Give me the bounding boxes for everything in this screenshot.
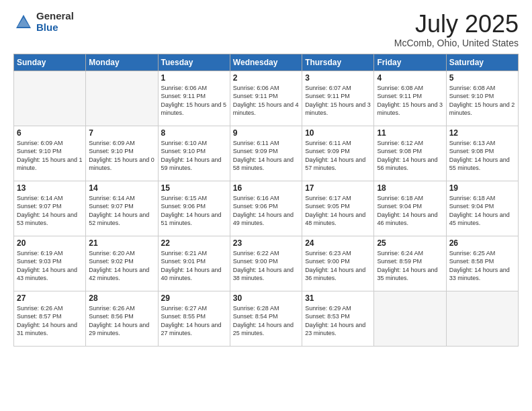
day-info: Sunrise: 6:29 AMSunset: 8:53 PMDaylight:… [305, 304, 371, 338]
day-number: 10 [305, 128, 371, 138]
calendar-table: SundayMondayTuesdayWednesdayThursdayFrid… [13, 54, 519, 347]
calendar-cell: 30Sunrise: 6:28 AMSunset: 8:54 PMDayligh… [230, 291, 302, 346]
calendar-cell: 16Sunrise: 6:16 AMSunset: 9:06 PMDayligh… [230, 181, 302, 236]
day-number: 13 [17, 183, 83, 193]
calendar-header-friday: Friday [374, 54, 446, 71]
day-info: Sunrise: 6:25 AMSunset: 8:58 PMDaylight:… [449, 249, 515, 283]
day-number: 16 [233, 183, 299, 193]
calendar-cell [86, 71, 158, 126]
day-number: 27 [17, 293, 83, 303]
calendar-cell: 8Sunrise: 6:10 AMSunset: 9:10 PMDaylight… [158, 126, 230, 181]
day-info: Sunrise: 6:11 AMSunset: 9:09 PMDaylight:… [305, 139, 371, 173]
day-info: Sunrise: 6:07 AMSunset: 9:11 PMDaylight:… [305, 84, 371, 118]
day-number: 26 [449, 238, 515, 248]
calendar-header-row: SundayMondayTuesdayWednesdayThursdayFrid… [14, 54, 519, 71]
header: General Blue July 2025 McComb, Ohio, Uni… [13, 11, 519, 48]
day-number: 8 [161, 128, 227, 138]
day-info: Sunrise: 6:27 AMSunset: 8:55 PMDaylight:… [161, 304, 227, 338]
calendar-location: McComb, Ohio, United States [394, 38, 519, 48]
calendar-cell: 18Sunrise: 6:18 AMSunset: 9:04 PMDayligh… [374, 181, 446, 236]
calendar-cell: 23Sunrise: 6:22 AMSunset: 9:00 PMDayligh… [230, 236, 302, 291]
day-number: 19 [449, 183, 515, 193]
calendar-cell: 7Sunrise: 6:09 AMSunset: 9:10 PMDaylight… [86, 126, 158, 181]
day-info: Sunrise: 6:17 AMSunset: 9:05 PMDaylight:… [305, 194, 371, 228]
day-info: Sunrise: 6:15 AMSunset: 9:06 PMDaylight:… [161, 194, 227, 228]
day-info: Sunrise: 6:21 AMSunset: 9:01 PMDaylight:… [161, 249, 227, 283]
calendar-header-monday: Monday [86, 54, 158, 71]
calendar-cell: 12Sunrise: 6:13 AMSunset: 9:08 PMDayligh… [446, 126, 518, 181]
day-number: 21 [89, 238, 154, 248]
calendar-header-thursday: Thursday [302, 54, 374, 71]
calendar-cell: 26Sunrise: 6:25 AMSunset: 8:58 PMDayligh… [446, 236, 518, 291]
calendar-week-1: 1Sunrise: 6:06 AMSunset: 9:11 PMDaylight… [14, 71, 519, 126]
day-number: 9 [233, 128, 299, 138]
calendar-week-3: 13Sunrise: 6:14 AMSunset: 9:07 PMDayligh… [14, 181, 519, 236]
calendar-cell: 28Sunrise: 6:26 AMSunset: 8:56 PMDayligh… [86, 291, 158, 346]
day-number: 14 [89, 183, 154, 193]
day-number: 1 [161, 73, 227, 83]
day-number: 7 [89, 128, 154, 138]
logo: General Blue [13, 11, 74, 33]
day-number: 30 [233, 293, 299, 303]
calendar-header-tuesday: Tuesday [158, 54, 230, 71]
calendar-cell: 14Sunrise: 6:14 AMSunset: 9:07 PMDayligh… [86, 181, 158, 236]
day-info: Sunrise: 6:28 AMSunset: 8:54 PMDaylight:… [233, 304, 299, 338]
calendar-cell: 19Sunrise: 6:18 AMSunset: 9:04 PMDayligh… [446, 181, 518, 236]
day-number: 20 [17, 238, 83, 248]
page: General Blue July 2025 McComb, Ohio, Uni… [0, 0, 532, 411]
day-info: Sunrise: 6:13 AMSunset: 9:08 PMDaylight:… [449, 139, 515, 173]
day-number: 11 [377, 128, 443, 138]
calendar-cell: 10Sunrise: 6:11 AMSunset: 9:09 PMDayligh… [302, 126, 374, 181]
calendar-cell: 5Sunrise: 6:08 AMSunset: 9:10 PMDaylight… [446, 71, 518, 126]
day-info: Sunrise: 6:14 AMSunset: 9:07 PMDaylight:… [17, 194, 83, 228]
day-number: 28 [89, 293, 154, 303]
calendar-cell: 25Sunrise: 6:24 AMSunset: 8:59 PMDayligh… [374, 236, 446, 291]
calendar-cell: 1Sunrise: 6:06 AMSunset: 9:11 PMDaylight… [158, 71, 230, 126]
calendar-cell: 15Sunrise: 6:15 AMSunset: 9:06 PMDayligh… [158, 181, 230, 236]
day-info: Sunrise: 6:09 AMSunset: 9:10 PMDaylight:… [89, 139, 154, 173]
day-info: Sunrise: 6:11 AMSunset: 9:09 PMDaylight:… [233, 139, 299, 173]
calendar-cell: 11Sunrise: 6:12 AMSunset: 9:08 PMDayligh… [374, 126, 446, 181]
day-info: Sunrise: 6:16 AMSunset: 9:06 PMDaylight:… [233, 194, 299, 228]
calendar-header-sunday: Sunday [14, 54, 86, 71]
day-info: Sunrise: 6:26 AMSunset: 8:57 PMDaylight:… [17, 304, 83, 338]
calendar-cell [14, 71, 86, 126]
calendar-header-saturday: Saturday [446, 54, 518, 71]
calendar-cell: 20Sunrise: 6:19 AMSunset: 9:03 PMDayligh… [14, 236, 86, 291]
calendar-cell: 22Sunrise: 6:21 AMSunset: 9:01 PMDayligh… [158, 236, 230, 291]
day-info: Sunrise: 6:08 AMSunset: 9:10 PMDaylight:… [449, 84, 515, 118]
calendar-cell: 2Sunrise: 6:06 AMSunset: 9:11 PMDaylight… [230, 71, 302, 126]
logo-blue-text: Blue [36, 22, 74, 34]
calendar-cell: 17Sunrise: 6:17 AMSunset: 9:05 PMDayligh… [302, 181, 374, 236]
day-info: Sunrise: 6:06 AMSunset: 9:11 PMDaylight:… [233, 84, 299, 118]
day-number: 2 [233, 73, 299, 83]
calendar-title: July 2025 [394, 11, 519, 38]
day-info: Sunrise: 6:09 AMSunset: 9:10 PMDaylight:… [17, 139, 83, 173]
day-number: 31 [305, 293, 371, 303]
day-number: 23 [233, 238, 299, 248]
day-info: Sunrise: 6:18 AMSunset: 9:04 PMDaylight:… [377, 194, 443, 228]
day-info: Sunrise: 6:26 AMSunset: 8:56 PMDaylight:… [89, 304, 154, 338]
calendar-cell: 27Sunrise: 6:26 AMSunset: 8:57 PMDayligh… [14, 291, 86, 346]
logo-text: General Blue [36, 11, 74, 33]
day-number: 18 [377, 183, 443, 193]
day-info: Sunrise: 6:06 AMSunset: 9:11 PMDaylight:… [161, 84, 227, 118]
calendar-week-5: 27Sunrise: 6:26 AMSunset: 8:57 PMDayligh… [14, 291, 519, 346]
day-info: Sunrise: 6:19 AMSunset: 9:03 PMDaylight:… [17, 249, 83, 283]
day-number: 25 [377, 238, 443, 248]
day-info: Sunrise: 6:24 AMSunset: 8:59 PMDaylight:… [377, 249, 443, 283]
day-number: 22 [161, 238, 227, 248]
calendar-cell: 3Sunrise: 6:07 AMSunset: 9:11 PMDaylight… [302, 71, 374, 126]
day-number: 29 [161, 293, 227, 303]
day-number: 5 [449, 73, 515, 83]
day-number: 15 [161, 183, 227, 193]
title-block: July 2025 McComb, Ohio, United States [394, 11, 519, 48]
day-info: Sunrise: 6:10 AMSunset: 9:10 PMDaylight:… [161, 139, 227, 173]
logo-general-text: General [36, 11, 74, 22]
calendar-header-wednesday: Wednesday [230, 54, 302, 71]
calendar-cell: 24Sunrise: 6:23 AMSunset: 9:00 PMDayligh… [302, 236, 374, 291]
day-info: Sunrise: 6:22 AMSunset: 9:00 PMDaylight:… [233, 249, 299, 283]
calendar-week-2: 6Sunrise: 6:09 AMSunset: 9:10 PMDaylight… [14, 126, 519, 181]
calendar-cell [446, 291, 518, 346]
calendar-cell: 21Sunrise: 6:20 AMSunset: 9:02 PMDayligh… [86, 236, 158, 291]
